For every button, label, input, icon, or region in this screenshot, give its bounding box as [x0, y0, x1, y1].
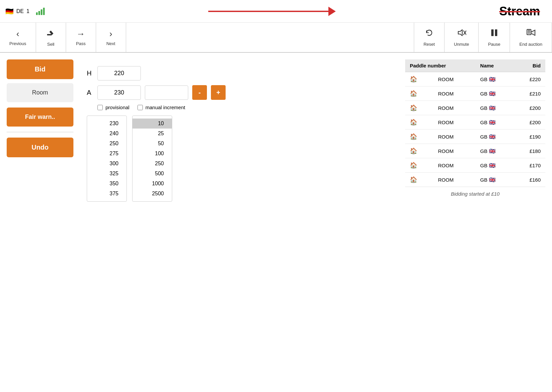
name-cell: GB 🇬🇧 [476, 115, 514, 130]
bidder-icon: 🏠 [410, 119, 417, 126]
bid-value-230[interactable]: 230 [87, 119, 126, 129]
bidder-icon-cell: 🏠 [405, 101, 434, 115]
stream-arrow-section [45, 7, 499, 16]
increment-value-500[interactable]: 500 [132, 169, 172, 179]
bidder-icon: 🏠 [410, 148, 417, 154]
bidder-icon: 🏠 [410, 76, 417, 82]
bid-history-table: Paddle number Name Bid 🏠 ROOM GB 🇬🇧 £220… [405, 59, 545, 187]
paddle-cell: ROOM [434, 144, 476, 158]
bid-value-350[interactable]: 350 [87, 179, 126, 189]
bidder-icon: 🏠 [410, 133, 417, 140]
name-cell: GB 🇬🇧 [476, 86, 514, 101]
end-auction-button[interactable]: End auction [510, 23, 552, 52]
h-bid-row: H [87, 66, 398, 80]
next-icon: › [109, 29, 112, 39]
right-panel: Paddle number Name Bid 🏠 ROOM GB 🇬🇧 £220… [405, 59, 545, 202]
increment-value-2500[interactable]: 2500 [132, 189, 172, 199]
lot-number: 1 [26, 8, 29, 14]
country-flag: 🇩🇪 [5, 7, 14, 15]
a-value-input[interactable] [97, 85, 141, 100]
provisional-checkbox-label[interactable]: provisional [97, 105, 129, 110]
pass-button[interactable]: → Pass [66, 23, 96, 52]
increment-value-10[interactable]: 10 [132, 119, 172, 129]
table-row: 🏠 ROOM GB 🇬🇧 £190 [405, 130, 545, 144]
table-row: 🏠 ROOM GB 🇬🇧 £210 [405, 86, 545, 101]
left-panel: Bid Room Fair warn.. Undo [7, 59, 73, 202]
next-button[interactable]: › Next [96, 23, 126, 52]
increment-value-25[interactable]: 25 [132, 129, 172, 139]
country-flag-cell: 🇬🇧 [489, 105, 496, 111]
name-cell: GB 🇬🇧 [476, 158, 514, 173]
main-content: Bid Room Fair warn.. Undo H A - + provis… [0, 53, 552, 208]
bidder-icon-cell: 🏠 [405, 72, 434, 86]
previous-label: Previous [9, 41, 26, 46]
h-value-input[interactable] [97, 66, 141, 80]
table-row: 🏠 ROOM GB 🇬🇧 £200 [405, 101, 545, 115]
bid-amount-cell: £210 [514, 86, 545, 101]
mute-icon [457, 28, 466, 40]
bidder-icon: 🏠 [410, 176, 417, 183]
toolbar: ‹ Previous Sell → Pass › Next Reset [0, 23, 552, 53]
bid-amount-cell: £200 [514, 101, 545, 115]
arrow-line [208, 11, 328, 12]
bid-value-240[interactable]: 240 [87, 129, 126, 139]
increment-value-50[interactable]: 50 [132, 139, 172, 149]
country-code: DE [16, 8, 24, 14]
reset-button[interactable]: Reset [414, 23, 445, 52]
pause-button[interactable]: Pause [479, 23, 510, 52]
lists-row: 230 240 250 275 300 325 350 375 10 25 50… [87, 116, 398, 202]
bid-value-375[interactable]: 375 [87, 189, 126, 199]
stream-label: Stream [499, 4, 540, 18]
svg-rect-0 [47, 34, 52, 35]
provisional-checkbox[interactable] [97, 105, 103, 110]
table-row: 🏠 ROOM GB 🇬🇧 £200 [405, 115, 545, 130]
country-code-cell: GB [480, 177, 488, 183]
fair-warn-button[interactable]: Fair warn.. [7, 108, 73, 127]
end-auction-icon [526, 28, 536, 40]
name-cell: GB 🇬🇧 [476, 144, 514, 158]
reset-label: Reset [424, 42, 435, 47]
bid-value-300[interactable]: 300 [87, 159, 126, 169]
panel-divider [7, 132, 73, 132]
increment-values-list: 10 25 50 100 250 500 1000 2500 [132, 116, 172, 202]
bid-amount-cell: £180 [514, 144, 545, 158]
manual-increment-checkbox-label[interactable]: manual increment [137, 105, 185, 110]
paddle-cell: ROOM [434, 101, 476, 115]
unmute-button[interactable]: Unmute [445, 23, 479, 52]
bidder-icon-cell: 🏠 [405, 130, 434, 144]
bid-value-325[interactable]: 325 [87, 169, 126, 179]
country-code-cell: GB [480, 163, 488, 168]
name-cell: GB 🇬🇧 [476, 101, 514, 115]
bid-value-250[interactable]: 250 [87, 139, 126, 149]
options-row: provisional manual increment [87, 105, 398, 110]
previous-button[interactable]: ‹ Previous [0, 23, 36, 52]
increment-value-100[interactable]: 100 [132, 149, 172, 159]
pause-icon [490, 28, 499, 40]
bidder-icon: 🏠 [410, 90, 417, 97]
bid-value-275[interactable]: 275 [87, 149, 126, 159]
bidder-icon-cell: 🏠 [405, 115, 434, 130]
bidder-icon-cell: 🏠 [405, 173, 434, 187]
bidder-icon: 🏠 [410, 162, 417, 169]
increment-input[interactable] [145, 85, 188, 100]
bid-amount-cell: £190 [514, 130, 545, 144]
manual-increment-label: manual increment [146, 105, 185, 110]
room-button[interactable]: Room [7, 83, 73, 102]
country-flag-cell: 🇬🇧 [489, 91, 496, 96]
sell-button[interactable]: Sell [36, 23, 66, 52]
manual-increment-checkbox[interactable] [137, 105, 143, 110]
increment-value-250[interactable]: 250 [132, 159, 172, 169]
increment-button[interactable]: + [211, 85, 226, 100]
signal-strength [36, 8, 45, 15]
svg-marker-8 [531, 30, 535, 35]
center-panel: H A - + provisional manual increment 230… [80, 59, 398, 202]
decrement-button[interactable]: - [192, 85, 207, 100]
undo-button[interactable]: Undo [7, 138, 73, 157]
table-row: 🏠 ROOM GB 🇬🇧 £170 [405, 158, 545, 173]
a-label: A [87, 89, 93, 96]
bid-button[interactable]: Bid [7, 59, 73, 79]
country-code-cell: GB [480, 134, 488, 140]
increment-value-1000[interactable]: 1000 [132, 179, 172, 189]
country-flag-cell: 🇬🇧 [489, 120, 496, 125]
country-flag-cell: 🇬🇧 [489, 76, 496, 82]
